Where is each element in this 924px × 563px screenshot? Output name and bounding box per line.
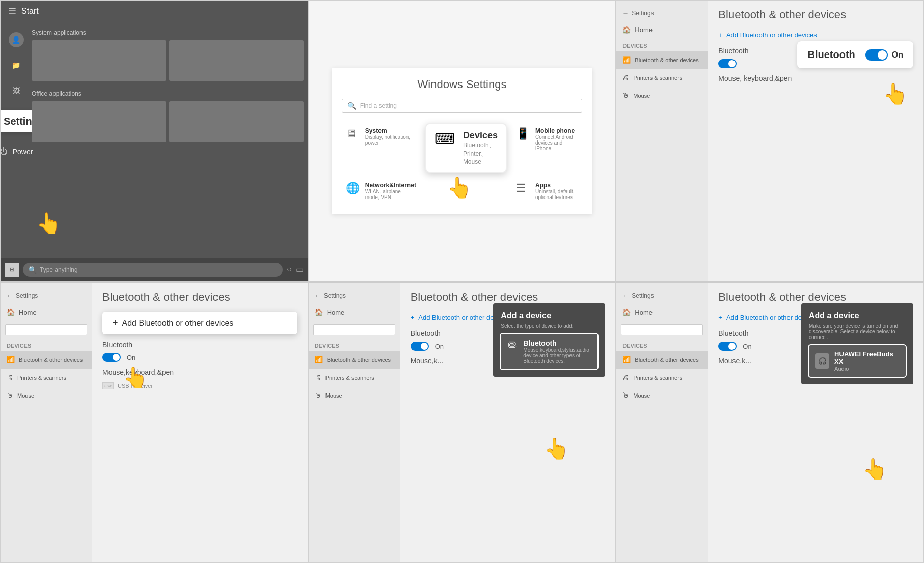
settings-item-empty: [425, 178, 507, 204]
app-tile-1[interactable]: [32, 40, 166, 81]
power-icon: ⏻: [0, 147, 8, 156]
bt-toggle-thumb-5: [421, 343, 428, 350]
cortana-icon[interactable]: ○: [287, 265, 292, 274]
nav-back-4[interactable]: ← Settings: [1, 288, 92, 303]
toggle-track[interactable]: [865, 49, 888, 61]
settings-search-4[interactable]: [5, 324, 87, 335]
bt-toggle-1[interactable]: [718, 59, 737, 68]
bt-toggle-thumb-4: [113, 354, 120, 361]
back-arrow-icon-5: ←: [315, 292, 321, 299]
mouse-icon-5: 🖱: [315, 391, 321, 399]
nav-bt-6[interactable]: 📶 Bluetooth & other devices: [616, 351, 708, 369]
plus-icon-6: +: [718, 314, 722, 321]
system-desc: Display, notification, power: [365, 134, 416, 146]
section-2-label: Office applications: [32, 88, 304, 99]
panel-add-device-dialog: ← Settings 🏠 Home Devices 📶 Bluetooth & …: [308, 282, 616, 563]
settings-item-network[interactable]: 🌐 Network&Internet WLAN, airplane mode, …: [342, 178, 420, 204]
nav-back-label-1: Settings: [632, 10, 654, 17]
bt-option-desc: Mouse,keyboard,stylus,audio device and o…: [523, 347, 591, 364]
nav-home-1[interactable]: 🏠 Home: [616, 21, 708, 39]
huawei-device-item[interactable]: 🎧 HUAWEI FreeBuds XX Audio: [809, 345, 906, 377]
nav-mouse-4[interactable]: 🖱 Mouse: [1, 386, 92, 404]
settings-search-box[interactable]: 🔍 Find a setting: [342, 99, 582, 113]
settings-nav-5: ← Settings 🏠 Home Devices 📶 Bluetooth & …: [309, 283, 400, 562]
app-tile-2[interactable]: [169, 40, 304, 81]
add-bt-label-6: Add Bluetooth or other device: [726, 314, 813, 321]
back-arrow-icon-4: ←: [7, 292, 13, 299]
bt-toggle-thumb-6: [728, 343, 736, 350]
home-label-5: Home: [327, 308, 345, 316]
nav-mouse-5[interactable]: 🖱 Mouse: [309, 386, 400, 404]
bt-option-icon: ᪤: [507, 339, 518, 352]
windows-settings-title: Windows Settings: [342, 78, 582, 91]
windows-settings-window: Windows Settings 🔍 Find a setting 🖥 Syst…: [332, 68, 592, 214]
nav-back-5[interactable]: ← Settings: [309, 288, 400, 303]
windows-start-button[interactable]: ⊞: [5, 263, 19, 277]
printers-label-6: Printers & scanners: [633, 375, 682, 381]
settings-item-system[interactable]: 🖥 System Display, notification, power: [342, 123, 420, 173]
nav-home-4[interactable]: 🏠 Home: [1, 303, 92, 321]
bt-nav-label-4: Bluetooth & other devices: [19, 357, 83, 363]
photo-icon[interactable]: 🖼: [9, 83, 24, 98]
add-bt-button-highlighted[interactable]: + Add Bluetooth or other devices: [102, 312, 297, 334]
home-icon-4: 🏠: [7, 308, 15, 316]
app-tile-4[interactable]: [169, 101, 304, 142]
nav-printers-1[interactable]: 🖨 Printers & scanners: [616, 69, 708, 87]
bt-title-4: Bluetooth & other devices: [102, 291, 297, 304]
add-bt-button-1[interactable]: + Add Bluetooth or other devices: [718, 29, 913, 41]
search-icon: 🔍: [28, 266, 37, 274]
nav-home-5[interactable]: 🏠 Home: [309, 303, 400, 321]
file-explorer-icon[interactable]: 📁: [9, 58, 24, 73]
taskbar-icons: ○ ▭: [287, 265, 304, 274]
user-icon[interactable]: 👤: [9, 32, 24, 47]
bt-status-row-4: On: [102, 353, 297, 362]
nav-bt-5[interactable]: 📶 Bluetooth & other devices: [309, 351, 400, 369]
settings-item-devices[interactable]: ⌨ Devices Bluetooth、Printer、Mouse: [425, 123, 507, 173]
nav-back-6[interactable]: ← Settings: [616, 288, 708, 303]
home-label-1: Home: [635, 26, 653, 34]
bt-on-label-4: On: [127, 354, 135, 361]
printers-icon-4: 🖨: [7, 374, 13, 381]
app-tile-3[interactable]: [32, 101, 166, 142]
network-desc: WLAN, airplane mode, VPN: [365, 189, 416, 200]
bt-toggle-4[interactable]: [102, 353, 121, 362]
mobile-icon: 📱: [516, 127, 531, 143]
settings-grid: 🖥 System Display, notification, power ⌨ …: [342, 123, 582, 204]
settings-nav-4: ← Settings 🏠 Home Devices 📶 Bluetooth & …: [1, 283, 92, 562]
settings-item-mobile[interactable]: 📱 Mobile phone Connect Android devices a…: [512, 123, 582, 173]
bt-toggle-5[interactable]: [411, 342, 429, 351]
bt-toggle-card-title: Bluetooth: [807, 49, 855, 61]
nav-bt-1[interactable]: 📶 Bluetooth & other devices: [616, 51, 708, 69]
settings-item-apps[interactable]: ☰ Apps Uninstall, default, optional feat…: [512, 178, 582, 204]
nav-printers-5[interactable]: 🖨 Printers & scanners: [309, 369, 400, 386]
start-apps-area: System applications Office applications: [32, 22, 304, 258]
nav-devices-label-4: Devices: [1, 339, 92, 351]
nav-printers-4[interactable]: 🖨 Printers & scanners: [1, 369, 92, 386]
settings-search-5[interactable]: [313, 324, 395, 335]
bt-toggle-6[interactable]: [718, 342, 737, 351]
power-menu-item[interactable]: ⏻ Power: [0, 144, 35, 159]
system-icon: 🖥: [346, 127, 361, 143]
bt-toggle-thumb-1: [728, 60, 736, 67]
mobile-desc: Connect Android devices and iPhone: [535, 134, 578, 151]
settings-search-6[interactable]: [621, 324, 703, 335]
nav-back-1[interactable]: ← Settings: [616, 6, 708, 21]
start-header: ☰ Start: [1, 1, 308, 22]
settings-main-4: Bluetooth & other devices + Add Bluetoot…: [92, 283, 308, 562]
nav-bt-4[interactable]: 📶 Bluetooth & other devices: [1, 351, 92, 369]
usb-label-4: USB Receiver: [118, 383, 153, 389]
nav-printers-6[interactable]: 🖨 Printers & scanners: [616, 369, 708, 386]
apps-desc: Uninstall, default, optional features: [535, 189, 578, 200]
nav-home-6[interactable]: 🏠 Home: [616, 303, 708, 321]
toggle-status-label: On: [892, 50, 903, 60]
hamburger-icon[interactable]: ☰: [8, 6, 16, 17]
nav-mouse-6[interactable]: 🖱 Mouse: [616, 386, 708, 404]
task-view-icon[interactable]: ▭: [296, 265, 304, 274]
printers-label-5: Printers & scanners: [325, 375, 374, 381]
bluetooth-option[interactable]: ᪤ Bluetooth Mouse,keyboard,stylus,audio …: [501, 334, 597, 369]
bt-section-4: Bluetooth On Mouse,keyboard,&pen USB USB…: [102, 341, 297, 392]
start-content: 👤 📁 🖼 ⚙ Settings ⏻ Power System applicat…: [1, 22, 308, 258]
taskbar-search[interactable]: 🔍 Type anything: [23, 263, 283, 277]
bt-toggle-switch[interactable]: On: [865, 49, 903, 61]
nav-mouse-1[interactable]: 🖱 Mouse: [616, 87, 708, 104]
